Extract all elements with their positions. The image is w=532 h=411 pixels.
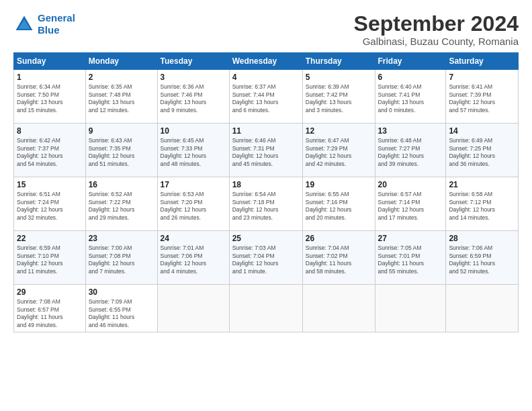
calendar-cell [446, 285, 519, 332]
logo-line2: Blue [38, 24, 60, 36]
day-number: 6 [378, 73, 443, 82]
calendar-cell: 10Sunrise: 6:45 AM Sunset: 7:33 PM Dayli… [157, 124, 229, 177]
day-detail: Sunrise: 7:06 AM Sunset: 6:59 PM Dayligh… [449, 244, 515, 275]
page: General Blue September 2024 Galbinasi, B… [0, 0, 532, 411]
calendar-cell: 24Sunrise: 7:01 AM Sunset: 7:06 PM Dayli… [157, 231, 229, 285]
day-detail: Sunrise: 6:43 AM Sunset: 7:35 PM Dayligh… [89, 137, 154, 168]
calendar-cell: 16Sunrise: 6:52 AM Sunset: 7:22 PM Dayli… [85, 177, 157, 231]
weekday-header-friday: Friday [375, 53, 446, 70]
day-number: 18 [232, 180, 300, 189]
calendar-cell: 11Sunrise: 6:46 AM Sunset: 7:31 PM Dayli… [229, 124, 302, 177]
day-detail: Sunrise: 6:45 AM Sunset: 7:33 PM Dayligh… [161, 137, 226, 168]
day-detail: Sunrise: 6:35 AM Sunset: 7:48 PM Dayligh… [89, 83, 154, 114]
calendar-cell: 27Sunrise: 7:05 AM Sunset: 7:01 PM Dayli… [375, 231, 446, 285]
day-number: 23 [89, 234, 154, 243]
day-detail: Sunrise: 6:47 AM Sunset: 7:29 PM Dayligh… [306, 137, 372, 168]
day-number: 20 [378, 180, 443, 189]
calendar-cell: 8Sunrise: 6:42 AM Sunset: 7:37 PM Daylig… [14, 124, 86, 177]
calendar-cell: 13Sunrise: 6:48 AM Sunset: 7:27 PM Dayli… [375, 124, 446, 177]
day-detail: Sunrise: 6:48 AM Sunset: 7:27 PM Dayligh… [378, 137, 443, 168]
day-detail: Sunrise: 6:34 AM Sunset: 7:50 PM Dayligh… [17, 83, 83, 114]
logo-icon [13, 13, 35, 35]
calendar-cell [229, 285, 302, 332]
calendar-cell: 29Sunrise: 7:08 AM Sunset: 6:57 PM Dayli… [14, 285, 86, 332]
logo: General Blue [13, 12, 75, 36]
calendar-cell: 14Sunrise: 6:49 AM Sunset: 7:25 PM Dayli… [446, 124, 519, 177]
day-detail: Sunrise: 6:55 AM Sunset: 7:16 PM Dayligh… [306, 191, 372, 222]
weekday-header-monday: Monday [85, 53, 157, 70]
week-row-4: 22Sunrise: 6:59 AM Sunset: 7:10 PM Dayli… [14, 231, 519, 285]
calendar-cell: 28Sunrise: 7:06 AM Sunset: 6:59 PM Dayli… [446, 231, 519, 285]
day-number: 5 [306, 73, 372, 82]
day-detail: Sunrise: 6:36 AM Sunset: 7:46 PM Dayligh… [161, 83, 226, 114]
calendar-cell: 17Sunrise: 6:53 AM Sunset: 7:20 PM Dayli… [157, 177, 229, 231]
weekday-header-thursday: Thursday [302, 53, 375, 70]
calendar-cell [302, 285, 375, 332]
day-detail: Sunrise: 7:00 AM Sunset: 7:08 PM Dayligh… [89, 244, 154, 275]
day-detail: Sunrise: 6:42 AM Sunset: 7:37 PM Dayligh… [17, 137, 83, 168]
day-detail: Sunrise: 6:57 AM Sunset: 7:14 PM Dayligh… [378, 191, 443, 222]
day-number: 16 [89, 180, 154, 189]
title-area: September 2024 Galbinasi, Buzau County, … [354, 12, 519, 47]
calendar-cell: 19Sunrise: 6:55 AM Sunset: 7:16 PM Dayli… [302, 177, 375, 231]
day-number: 25 [232, 234, 300, 243]
day-number: 7 [449, 73, 515, 82]
calendar-cell: 25Sunrise: 7:03 AM Sunset: 7:04 PM Dayli… [229, 231, 302, 285]
calendar-cell: 30Sunrise: 7:09 AM Sunset: 6:55 PM Dayli… [85, 285, 157, 332]
weekday-header-tuesday: Tuesday [157, 53, 229, 70]
day-number: 13 [378, 126, 443, 136]
month-title: September 2024 [354, 12, 519, 36]
day-detail: Sunrise: 6:37 AM Sunset: 7:44 PM Dayligh… [232, 83, 300, 114]
day-number: 12 [306, 126, 372, 136]
weekday-header-wednesday: Wednesday [229, 53, 302, 70]
calendar-cell: 2Sunrise: 6:35 AM Sunset: 7:48 PM Daylig… [85, 70, 157, 124]
day-number: 24 [161, 234, 226, 243]
day-detail: Sunrise: 7:09 AM Sunset: 6:55 PM Dayligh… [89, 298, 154, 329]
location-subtitle: Galbinasi, Buzau County, Romania [354, 36, 519, 47]
calendar-cell: 5Sunrise: 6:39 AM Sunset: 7:42 PM Daylig… [302, 70, 375, 124]
day-number: 14 [449, 126, 515, 136]
calendar-cell: 9Sunrise: 6:43 AM Sunset: 7:35 PM Daylig… [85, 124, 157, 177]
calendar-cell: 15Sunrise: 6:51 AM Sunset: 7:24 PM Dayli… [14, 177, 86, 231]
calendar-cell: 1Sunrise: 6:34 AM Sunset: 7:50 PM Daylig… [14, 70, 86, 124]
logo-text: General Blue [38, 12, 75, 36]
weekday-header-row: SundayMondayTuesdayWednesdayThursdayFrid… [14, 53, 519, 70]
day-number: 22 [17, 234, 83, 243]
day-detail: Sunrise: 6:41 AM Sunset: 7:39 PM Dayligh… [449, 83, 515, 114]
day-detail: Sunrise: 6:39 AM Sunset: 7:42 PM Dayligh… [306, 83, 372, 114]
day-number: 3 [161, 73, 226, 82]
day-detail: Sunrise: 6:59 AM Sunset: 7:10 PM Dayligh… [17, 244, 83, 275]
header-area: General Blue September 2024 Galbinasi, B… [13, 12, 519, 47]
calendar-cell: 23Sunrise: 7:00 AM Sunset: 7:08 PM Dayli… [85, 231, 157, 285]
calendar-table: SundayMondayTuesdayWednesdayThursdayFrid… [13, 52, 519, 332]
day-number: 8 [17, 126, 83, 136]
day-number: 26 [306, 234, 372, 243]
calendar-cell: 21Sunrise: 6:58 AM Sunset: 7:12 PM Dayli… [446, 177, 519, 231]
calendar-cell: 20Sunrise: 6:57 AM Sunset: 7:14 PM Dayli… [375, 177, 446, 231]
day-detail: Sunrise: 7:03 AM Sunset: 7:04 PM Dayligh… [232, 244, 300, 275]
weekday-header-sunday: Sunday [14, 53, 86, 70]
day-detail: Sunrise: 7:04 AM Sunset: 7:02 PM Dayligh… [306, 244, 372, 275]
day-number: 27 [378, 234, 443, 243]
day-detail: Sunrise: 7:01 AM Sunset: 7:06 PM Dayligh… [161, 244, 226, 275]
calendar-cell: 26Sunrise: 7:04 AM Sunset: 7:02 PM Dayli… [302, 231, 375, 285]
day-detail: Sunrise: 7:08 AM Sunset: 6:57 PM Dayligh… [17, 298, 83, 329]
weekday-header-saturday: Saturday [446, 53, 519, 70]
day-number: 29 [17, 287, 83, 297]
calendar-cell [375, 285, 446, 332]
day-number: 2 [89, 73, 154, 82]
calendar-cell: 12Sunrise: 6:47 AM Sunset: 7:29 PM Dayli… [302, 124, 375, 177]
calendar-cell: 6Sunrise: 6:40 AM Sunset: 7:41 PM Daylig… [375, 70, 446, 124]
calendar-cell: 7Sunrise: 6:41 AM Sunset: 7:39 PM Daylig… [446, 70, 519, 124]
day-number: 11 [232, 126, 300, 136]
day-detail: Sunrise: 6:49 AM Sunset: 7:25 PM Dayligh… [449, 137, 515, 168]
calendar-cell [157, 285, 229, 332]
day-number: 9 [89, 126, 154, 136]
week-row-1: 1Sunrise: 6:34 AM Sunset: 7:50 PM Daylig… [14, 70, 519, 124]
calendar-cell: 4Sunrise: 6:37 AM Sunset: 7:44 PM Daylig… [229, 70, 302, 124]
day-detail: Sunrise: 6:53 AM Sunset: 7:20 PM Dayligh… [161, 191, 226, 222]
day-number: 10 [161, 126, 226, 136]
week-row-3: 15Sunrise: 6:51 AM Sunset: 7:24 PM Dayli… [14, 177, 519, 231]
day-detail: Sunrise: 6:58 AM Sunset: 7:12 PM Dayligh… [449, 191, 515, 222]
week-row-5: 29Sunrise: 7:08 AM Sunset: 6:57 PM Dayli… [14, 285, 519, 332]
